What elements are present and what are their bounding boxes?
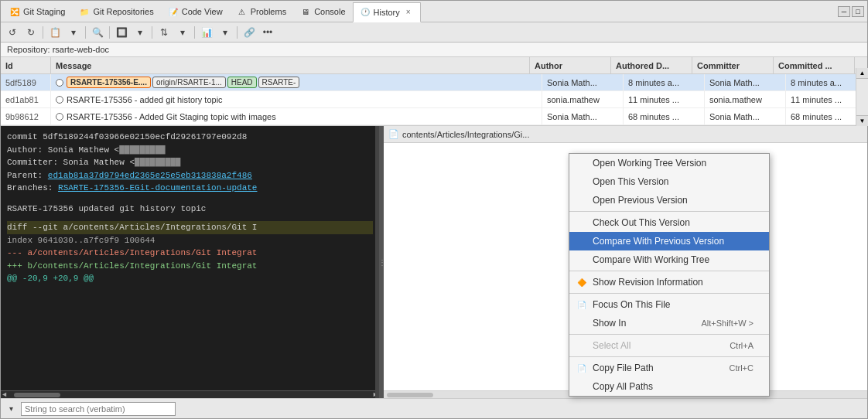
th-authored: Authored D... xyxy=(611,57,692,73)
resize-handle[interactable] xyxy=(375,126,379,398)
main-window: 🔀 Git Staging 📁 Git Repositories 📝 Code … xyxy=(0,0,868,419)
more-button[interactable]: ••• xyxy=(259,25,276,40)
select-all-shortcut: Ctrl+A xyxy=(730,341,754,350)
committer-email-placeholder: █████████ xyxy=(135,158,180,167)
scroll-up-btn[interactable]: ▲ xyxy=(856,68,867,79)
menu-item-check-out[interactable]: Check Out This Version xyxy=(569,213,769,232)
commit-hash-line: commit 5df5189244f03966e02150ecfd2926179… xyxy=(7,131,373,144)
forward-button[interactable]: ↻ xyxy=(22,25,39,40)
tab-history-label: History xyxy=(374,8,400,17)
scroll-left-btn[interactable]: ◄ xyxy=(2,391,6,399)
search-input[interactable] xyxy=(21,402,176,416)
scrollbar-thumb[interactable] xyxy=(14,393,60,397)
commit-id-1: 5df5189 xyxy=(1,74,51,90)
menu-separator-1 xyxy=(569,211,769,212)
table-scrollbar: ▲ ▼ xyxy=(856,68,867,126)
menu-item-show-in[interactable]: Show In Alt+Shift+W > xyxy=(569,314,769,332)
menu-item-select-all: Select All Ctrl+A xyxy=(569,336,769,355)
diff-minus-line: --- a/contents/Articles/Integrations/Git… xyxy=(7,247,373,260)
parent-label: Parent: xyxy=(7,171,43,180)
check-out-icon xyxy=(576,216,588,229)
copy-all-paths-label: Copy All Paths xyxy=(593,381,653,392)
open-previous-version-icon xyxy=(576,194,588,206)
table-row[interactable]: 5df5189 RSARTE-175356-E.... origin/RSART… xyxy=(1,74,867,91)
show-in-shortcut: Alt+Shift+W > xyxy=(701,319,754,328)
refresh-button[interactable]: ↺ xyxy=(4,25,21,40)
table-row[interactable]: 9b98612 RSARTE-175356 - Added Git Stagin… xyxy=(1,108,867,125)
tab-console[interactable]: 🖥 Console xyxy=(293,2,352,22)
menu-item-open-working-tree[interactable]: Open Working Tree Version xyxy=(569,154,769,172)
commit-message-1: RSARTE-175356-E.... origin/RSARTE-1... H… xyxy=(51,74,542,90)
tag-head: HEAD xyxy=(227,77,257,88)
tab-code-view[interactable]: 📝 Code View xyxy=(161,2,230,22)
file-icon: 📄 xyxy=(388,129,399,139)
copy-dropdown[interactable]: ▾ xyxy=(65,25,82,40)
close-history-tab[interactable]: × xyxy=(403,7,414,18)
menu-item-show-revision[interactable]: 🔶 Show Revision Information xyxy=(569,273,769,291)
copy-button[interactable]: 📋 xyxy=(46,25,63,40)
tab-git-staging[interactable]: 🔀 Git Staging xyxy=(2,2,72,22)
commit-id-3: 9b98612 xyxy=(1,108,51,124)
search-button[interactable]: 🔍 xyxy=(89,25,106,40)
git-staging-icon: 🔀 xyxy=(9,6,20,17)
commit-author-line: Author: Sonia Mathew <█████████ xyxy=(7,144,373,157)
tab-problems[interactable]: ⚠ Problems xyxy=(230,2,293,22)
link-button[interactable]: 🔗 xyxy=(241,25,258,40)
focus-file-label: Focus On This File xyxy=(593,299,670,310)
branches-label: Branches: xyxy=(7,183,53,192)
menu-item-left: Open Previous Version xyxy=(576,194,688,206)
commit-message-3: RSARTE-175356 - Added Git Staging topic … xyxy=(51,108,542,124)
diff-plus-line: +++ b/contents/Articles/Integrations/Git… xyxy=(7,260,373,273)
chart-button[interactable]: 📊 xyxy=(198,25,215,40)
menu-item-compare-working[interactable]: Compare With Working Tree xyxy=(569,250,769,269)
compare-previous-label: Compare With Previous Version xyxy=(593,236,724,247)
menu-item-copy-file-path[interactable]: 📄 Copy File Path Ctrl+C xyxy=(569,359,769,377)
commit-message-text-3: RSARTE-175356 - Added Git Staging topic … xyxy=(67,112,276,121)
tab-git-repositories[interactable]: 📁 Git Repositories xyxy=(72,2,160,22)
menu-item-copy-all-paths[interactable]: Copy All Paths xyxy=(569,377,769,396)
menu-item-open-previous-version[interactable]: Open Previous Version xyxy=(569,191,769,210)
horizontal-scrollbar[interactable]: ◄ ► xyxy=(1,390,379,398)
branch-link[interactable]: RSARTE-175356-EGit-documentation-update xyxy=(58,183,257,192)
toolbar-sep-2 xyxy=(85,26,86,39)
menu-separator-3 xyxy=(569,293,769,294)
sort-button[interactable]: ⇅ xyxy=(155,25,173,40)
tab-history[interactable]: 🕐 History × xyxy=(353,2,421,22)
context-menu: Open Working Tree Version Open This Vers… xyxy=(569,153,770,397)
file-hscroll-thumb[interactable] xyxy=(387,393,433,397)
menu-item-compare-previous[interactable]: Compare With Previous Version xyxy=(569,232,769,250)
menu-item-left: 📄 Copy File Path xyxy=(576,362,654,374)
compare-working-label: Compare With Working Tree xyxy=(593,254,709,265)
commit-author-1: Sonia Math... xyxy=(542,74,624,90)
parent-hash-link[interactable]: ed1ab81a37d9794ed2365e25e5eb313838a2f486 xyxy=(48,171,252,180)
diff-header-line: diff --git a/contents/Articles/Integrati… xyxy=(7,221,373,234)
show-in-label: Show In xyxy=(593,318,626,329)
show-revision-label: Show Revision Information xyxy=(593,277,703,288)
committer-label: Committer: Sonia Mathew < xyxy=(7,158,135,167)
copy-all-paths-icon xyxy=(576,380,588,393)
commit-details-content: commit 5df5189244f03966e02150ecfd2926179… xyxy=(1,126,379,390)
th-message: Message xyxy=(51,57,530,73)
repo-label: Repository: rsarte-web-doc xyxy=(1,43,867,57)
filter-dropdown[interactable]: ▾ xyxy=(132,25,149,40)
menu-item-focus-on-file[interactable]: 📄 Focus On This File xyxy=(569,295,769,314)
show-in-icon xyxy=(576,317,588,329)
commit-id-2: ed1ab81 xyxy=(1,91,51,107)
maximize-button[interactable]: □ xyxy=(852,6,864,17)
commit-id-text-1: 5df5189 xyxy=(5,78,36,87)
sort-dropdown[interactable]: ▾ xyxy=(174,25,191,40)
th-committer: Committer xyxy=(692,57,774,73)
chart-dropdown[interactable]: ▾ xyxy=(217,25,234,40)
commit-committer-1: Sonia Math... xyxy=(705,74,786,90)
menu-separator-5 xyxy=(569,356,769,357)
scroll-down-btn[interactable]: ▼ xyxy=(856,115,867,126)
commit-committer-3: Sonia Math... xyxy=(705,108,786,124)
menu-separator-4 xyxy=(569,334,769,335)
toolbar-sep-3 xyxy=(109,26,110,39)
menu-item-open-this-version[interactable]: Open This Version xyxy=(569,172,769,191)
minimize-button[interactable]: ─ xyxy=(838,6,850,17)
copy-file-path-shortcut: Ctrl+C xyxy=(730,363,754,373)
table-row[interactable]: ed1ab81 RSARTE-175356 - added git histor… xyxy=(1,91,867,108)
filter-button[interactable]: 🔲 xyxy=(113,25,130,40)
bottom-dropdown-btn[interactable]: ▾ xyxy=(4,401,18,417)
